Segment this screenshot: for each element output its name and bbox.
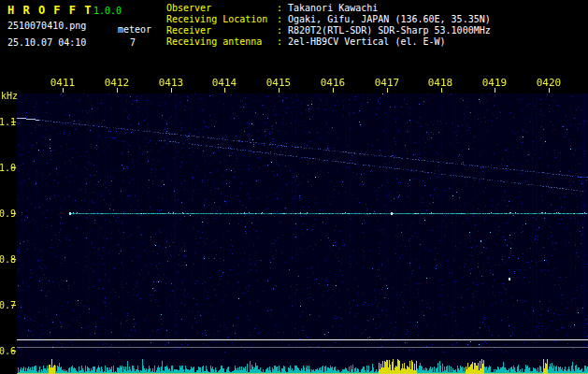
info-row-antenna: Receiving antenna:2el-HB9CV Vertical (el…: [166, 36, 446, 47]
x-axis-tick-label: 0418: [425, 77, 455, 89]
info-separator: :: [277, 36, 284, 47]
x-axis-tick-label: 0416: [318, 77, 348, 89]
info-label: Observer: [166, 3, 277, 13]
info-label: Receiving Location: [166, 14, 277, 24]
y-axis-unit-label: kHz: [1, 91, 18, 101]
info-row-observer: Observer:Takanori Kawachi: [166, 3, 378, 13]
x-axis-tick-label: 0417: [372, 77, 402, 89]
info-label: Receiving antenna: [166, 36, 277, 47]
output-filename: 2510070410.png: [7, 21, 86, 31]
x-axis-tick-label: 0412: [102, 77, 132, 89]
hrofft-window: H R O F F T 1.0.0 2510070410.png meteor …: [0, 0, 588, 374]
x-axis-tick-label: 0420: [534, 77, 564, 89]
app-title: H R O F F T: [7, 4, 92, 17]
x-axis-tick-label: 0414: [209, 77, 239, 89]
x-axis-tick-label: 0411: [48, 77, 78, 89]
y-axis-tick-label: 1.0: [0, 163, 16, 173]
mode-label: meteor: [118, 24, 151, 35]
info-value: Ogaki, Gifu, JAPAN (136.60E, 35.35N): [288, 14, 491, 24]
info-separator: :: [277, 3, 284, 13]
echo-count: 7: [130, 37, 136, 48]
x-axis-tick-label: 0413: [156, 77, 186, 89]
info-separator: :: [277, 25, 284, 36]
info-value: 2el-HB9CV Vertical (el. E-W): [288, 36, 446, 47]
y-axis-tick-label: 0.8: [0, 254, 16, 265]
y-axis-tick-label: 0.9: [0, 209, 16, 219]
info-label: Receiver: [166, 25, 277, 36]
x-axis-tick-label: 0415: [264, 77, 294, 89]
y-axis-tick-label: 0.7: [0, 300, 16, 310]
x-axis-tick-label: 0419: [480, 77, 509, 89]
info-separator: :: [277, 14, 284, 24]
info-value: Takanori Kawachi: [288, 3, 378, 13]
y-axis-tick-label: 1.1: [0, 117, 16, 127]
app-version: 1.0.0: [93, 6, 122, 16]
info-row-location: Receiving Location:Ogaki, Gifu, JAPAN (1…: [166, 14, 491, 24]
observation-datetime: 25.10.07 04:10: [7, 37, 86, 48]
spectrogram-canvas: [0, 51, 588, 374]
info-row-receiver: Receiver:R820T2(RTL-SDR) SDR-Sharp 53.10…: [166, 25, 491, 36]
y-axis-tick-label: 0.6: [0, 346, 16, 356]
info-value: R820T2(RTL-SDR) SDR-Sharp 53.1000MHz: [288, 25, 491, 36]
